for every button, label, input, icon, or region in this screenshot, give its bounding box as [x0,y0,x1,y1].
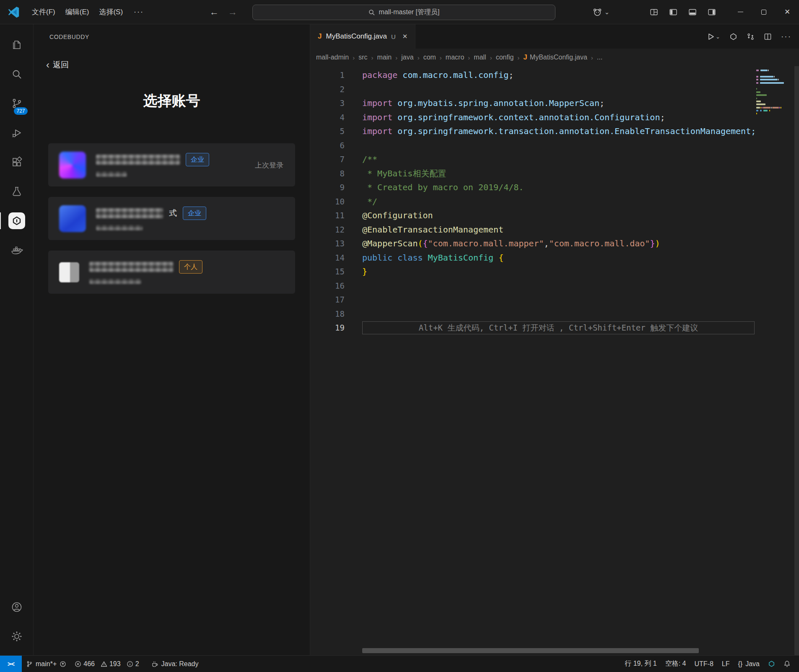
compare-changes-icon[interactable] [747,33,755,41]
breadcrumb: mall-admin›src›main›java›com›macro›mall›… [310,49,799,66]
minimap[interactable] [756,70,791,128]
code-line[interactable]: 6 [310,139,799,153]
editor-group: J MyBatisConfig.java U ✕ ⌄ [310,24,799,655]
git-status-untracked: U [391,33,396,40]
toggle-secondary-sidebar-icon[interactable] [708,8,716,16]
menu-more-button[interactable]: ··· [128,8,150,16]
redacted-account-name [96,208,163,218]
sidebar-item-source-control[interactable]: 727 [0,89,34,118]
maximize-button[interactable] [752,0,776,24]
back-button[interactable]: ‹ 返回 [46,59,92,70]
sidebar-item-search[interactable] [0,59,34,89]
more-actions-button[interactable]: ··· [781,32,791,41]
run-button[interactable]: ⌄ [707,33,720,41]
breadcrumb-item[interactable]: config [496,54,514,61]
menu-item[interactable]: 文件(F) [27,5,60,19]
code-line[interactable]: 8 * MyBatis相关配置 [310,167,799,181]
java-status[interactable]: Java: Ready [147,656,203,672]
line-number: 9 [310,181,345,195]
code-line[interactable]: 16 [310,279,799,293]
avatar [59,152,86,178]
code-line[interactable]: 5import org.springframework.transaction.… [310,124,799,139]
sync-changes-icon [60,661,66,667]
close-button[interactable]: ✕ [776,0,799,24]
breadcrumb-item[interactable]: com [423,54,436,61]
codebuddy-status-button[interactable] [764,656,779,672]
history-back-button[interactable]: ← [210,7,219,18]
breadcrumb-item[interactable]: java [401,54,413,61]
indentation-setting[interactable]: 空格: 4 [661,656,690,672]
sidebar-title: CODEBUDDY [34,34,310,40]
customize-layout-icon[interactable] [650,8,658,16]
toggle-primary-sidebar-icon[interactable] [669,8,677,16]
line-number: 19 [310,321,345,335]
settings-button[interactable] [0,622,34,651]
code-line[interactable]: 9 * Created by macro on 2019/4/8. [310,181,799,195]
breadcrumb-item[interactable]: JMyBatisConfig.java [523,53,587,62]
eol-setting[interactable]: LF [718,656,734,672]
breadcrumb-item[interactable]: src [358,54,367,61]
toggle-panel-icon[interactable] [688,8,697,16]
accounts-button[interactable] [0,592,34,622]
remote-indicator[interactable]: >< [0,656,22,672]
cursor-position[interactable]: 行 19, 列 1 [620,656,661,672]
code-line[interactable]: 7/** [310,152,799,167]
search-icon [10,68,23,80]
split-editor-icon[interactable] [764,33,772,41]
code-line[interactable]: 19Alt+K 生成代码, Ctrl+I 打开对话 , Ctrl+Shift+E… [310,321,799,335]
breadcrumb-separator-icon: › [395,54,397,61]
sidebar-item-run-debug[interactable] [0,118,34,147]
git-branch-status[interactable]: main*+ [22,656,70,672]
menu-item[interactable]: 选择(S) [94,5,128,19]
code-line[interactable]: 11@Configuration [310,209,799,223]
code-line[interactable]: 13@MapperScan({"com.macro.mall.mapper","… [310,237,799,251]
tab-mybatisconfig[interactable]: J MyBatisConfig.java U ✕ [310,24,415,49]
line-number: 16 [310,279,345,293]
branch-icon [26,661,33,667]
code-line[interactable]: 10 */ [310,195,799,209]
command-center[interactable]: mall-master [管理员] [252,5,555,20]
horizontal-scrollbar[interactable] [362,648,699,653]
encoding-setting[interactable]: UTF-8 [690,656,718,672]
sidebar-item-testing[interactable] [0,177,34,206]
code-line[interactable]: 2 [310,83,799,97]
history-forward-button[interactable]: → [228,7,237,18]
account-icon [10,601,23,613]
code-line[interactable]: 1package com.macro.mall.config; [310,68,799,83]
close-tab-icon[interactable]: ✕ [402,33,408,40]
code-area[interactable]: 1package com.macro.mall.config;23import … [310,66,799,655]
breadcrumb-item[interactable]: mall [474,54,486,61]
account-card[interactable]: 式 企业 [48,197,295,240]
account-name-suffix: 式 [169,208,177,219]
assistant-menu-button[interactable]: ⌄ [592,7,610,17]
vertical-scrollbar[interactable] [794,66,799,655]
account-card[interactable]: 个人 [48,251,295,294]
breadcrumb-item[interactable]: mall-admin [316,54,349,61]
sidebar-item-codebuddy[interactable] [0,206,34,235]
code-line[interactable]: 12@EnableTransactionManagement [310,223,799,237]
breadcrumb-item[interactable]: macro [446,54,464,61]
extensions-icon [10,156,23,168]
codebuddy-status-icon [768,660,775,667]
code-line[interactable]: 18 [310,307,799,321]
account-card[interactable]: 企业 上次登录 [48,143,295,186]
info-icon [127,661,133,667]
line-number: 4 [310,111,345,125]
code-line[interactable]: 4import org.springframework.context.anno… [310,111,799,125]
sidebar-item-extensions[interactable] [0,147,34,177]
menu-item[interactable]: 编辑(E) [60,5,94,19]
problems-status[interactable]: 466 193 2 [70,656,147,672]
sidebar-item-explorer[interactable] [0,30,34,59]
code-line[interactable]: 17 [310,293,799,307]
code-line[interactable]: 3import org.mybatis.spring.annotation.Ma… [310,96,799,111]
codebuddy-action-icon[interactable] [729,33,737,41]
vscode-logo-icon [8,6,20,18]
breadcrumb-item[interactable]: ... [597,54,602,61]
notifications-button[interactable] [779,656,795,672]
minimize-button[interactable] [729,0,752,24]
breadcrumb-item[interactable]: main [377,54,392,61]
sidebar-item-docker[interactable] [0,235,34,265]
language-mode[interactable]: {} Java [734,656,764,672]
code-line[interactable]: 14public class MyBatisConfig { [310,251,799,265]
code-line[interactable]: 15} [310,265,799,279]
